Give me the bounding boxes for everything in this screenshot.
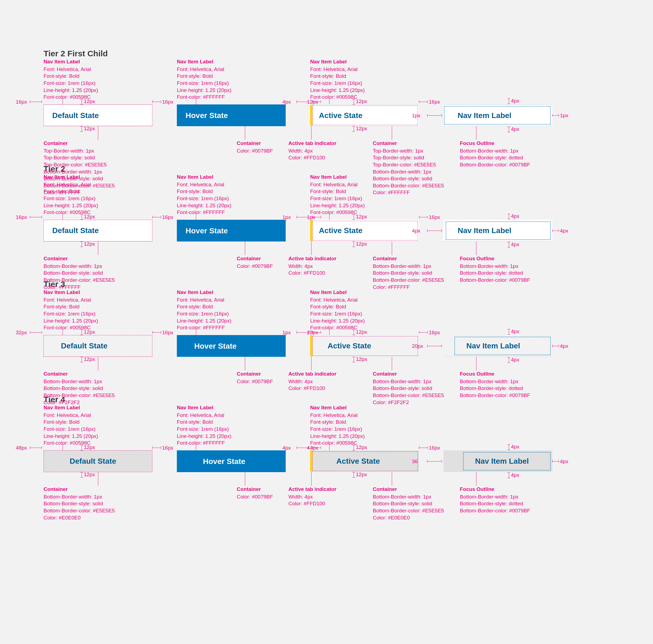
annotation-line: Font-style: Bold	[310, 419, 365, 426]
annotation-line: Color: #F2F2F2	[373, 399, 444, 406]
measurement-label: 4px	[560, 228, 569, 234]
nav-item[interactable]: Hover State	[177, 220, 286, 242]
nav-item[interactable]: Active State	[310, 335, 419, 357]
leader-line	[63, 327, 63, 335]
annotation-line: Color: #0079BF	[237, 263, 273, 270]
annotation-title: Focus Outline	[460, 370, 530, 377]
annotation-line: Color: #E0E0E0	[373, 514, 444, 521]
annotation-line: Bottom-Border-color: #0079BF	[460, 277, 530, 284]
state-hover: Hover StateNav Item LabelFont: Helvetica…	[177, 104, 286, 126]
nav-item[interactable]: Nav Item Label	[443, 335, 552, 357]
spec-annotation: ContainerColor: #0079BF	[237, 486, 273, 500]
annotation-line: Top-Border-width: 1px	[44, 147, 115, 154]
spec-annotation: ContainerColor: #0079BF	[237, 255, 273, 270]
leader-line	[98, 357, 98, 370]
nav-item[interactable]: Default State	[44, 104, 152, 126]
measurement-label: 16px	[429, 99, 440, 105]
spec-annotation: Active tab indicatorWidth: 4pxColor: #FF…	[288, 255, 336, 277]
annotation-title: Container	[44, 486, 115, 493]
leader-line	[311, 126, 312, 140]
leader-line	[63, 212, 63, 220]
annotation-title: Nav Item Label	[177, 174, 232, 180]
nav-item[interactable]: Nav Item Label	[443, 450, 552, 472]
leader-line	[98, 242, 98, 255]
annotation-line: Color: #0079BF	[237, 493, 273, 500]
annotation-line: Bottom-Border-width: 1px	[44, 263, 115, 270]
nav-item[interactable]: Default State	[44, 450, 152, 472]
annotation-line: Bottom-Border-width: 1px	[373, 493, 444, 500]
leader-line	[245, 357, 245, 370]
leader-line	[329, 442, 330, 450]
spec-annotation: ContainerBottom-Border-width: 1pxBottom-…	[44, 486, 115, 521]
spec-annotation: Nav Item LabelFont: Helvetica, ArialFont…	[177, 174, 232, 216]
annotation-line: Bottom-Border-width: 1px	[460, 378, 530, 385]
nav-item[interactable]: Hover State	[177, 104, 286, 126]
leader-line	[476, 242, 477, 255]
nav-item-label: Nav Item Label	[458, 226, 511, 235]
measurement-label: 20px	[412, 343, 423, 349]
nav-item-label: Nav Item Label	[475, 456, 529, 466]
nav-item-label: Default State	[61, 341, 107, 351]
annotation-line: Font-style: Bold	[310, 188, 365, 195]
annotation-line: Font: Helvetica, Arial	[310, 296, 365, 303]
nav-item[interactable]: Nav Item Label	[443, 220, 552, 242]
annotation-line: Color: #E0E0E0	[44, 514, 115, 521]
spec-annotation: Nav Item LabelFont: Helvetica, ArialFont…	[310, 58, 365, 101]
annotation-line: Bottom-Border-style: solid	[44, 500, 115, 507]
annotation-title: Nav Item Label	[310, 289, 365, 296]
measurement-label: 16px	[429, 330, 440, 336]
state-active: Active StateNav Item LabelFont: Helvetic…	[310, 104, 419, 126]
nav-item[interactable]: Hover State	[177, 450, 286, 472]
annotation-line: Bottom-Border-color: #0079BF	[460, 392, 530, 399]
spec-annotation: ContainerBottom-Border-width: 1pxBottom-…	[373, 370, 444, 406]
annotation-line: Top-Border-color: #E5E5E5	[373, 161, 444, 168]
nav-item-label: Active State	[319, 111, 362, 120]
annotation-line: Bottom-Border-width: 1px	[460, 263, 530, 270]
nav-item[interactable]: Hover State	[177, 335, 286, 357]
spec-annotation: Nav Item LabelFont: Helvetica, ArialFont…	[310, 174, 365, 216]
annotation-line: Line-height: 1.25 (20px)	[44, 317, 98, 324]
measurement-label: 4px	[412, 228, 420, 234]
nav-item-label: Active State	[328, 341, 371, 351]
annotation-line: Line-height: 1.25 (20px)	[310, 317, 365, 324]
annotation-line: Bottom-Border-style: dotted	[460, 385, 530, 392]
annotation-title: Focus Outline	[460, 255, 530, 262]
nav-item[interactable]: Default State	[44, 335, 152, 357]
annotation-line: Font: Helvetica, Arial	[44, 66, 98, 73]
nav-item[interactable]: Active State	[310, 220, 419, 242]
annotation-line: Font-size: 1rem (16px)	[310, 426, 365, 433]
annotation-line: Font: Helvetica, Arial	[177, 412, 232, 419]
annotation-line: Line-height: 1.25 (20px)	[44, 433, 98, 440]
state-default: Default StateNav Item LabelFont: Helveti…	[44, 220, 152, 242]
annotation-line: Bottom-Border-color: #E5E5E5	[373, 277, 444, 284]
annotation-line: Color: #FFD100	[288, 270, 336, 277]
annotation-line: Font-size: 1rem (16px)	[44, 80, 98, 87]
measurement-label: 1px	[283, 330, 291, 336]
state-hover: Hover StateNav Item LabelFont: Helvetica…	[177, 450, 286, 472]
annotation-line: Font-size: 1rem (16px)	[310, 195, 365, 202]
spec-annotation: ContainerBottom-Border-width: 1pxBottom-…	[373, 255, 444, 291]
annotation-line: Font: Helvetica, Arial	[44, 412, 98, 419]
measurement-label: 12px	[84, 329, 95, 335]
nav-item[interactable]: Active State	[310, 450, 419, 472]
annotation-line: Line-height: 1.25 (20px)	[177, 317, 232, 324]
measurement-label: 12px	[356, 356, 367, 362]
annotation-line: Font-style: Bold	[44, 419, 98, 426]
nav-item[interactable]: Default State	[44, 220, 152, 242]
nav-item[interactable]: Active State	[310, 104, 419, 126]
annotation-title: Nav Item Label	[44, 289, 98, 296]
annotation-line: Font-style: Bold	[44, 73, 98, 80]
measurement-label: 4px	[560, 343, 569, 349]
spec-annotation: Nav Item LabelFont: Helvetica, ArialFont…	[44, 58, 98, 101]
leader-line	[63, 96, 63, 104]
annotation-line: Bottom-Border-color: #0079BF	[460, 507, 530, 514]
annotation-line: Width: 4px	[288, 493, 336, 500]
annotation-line: Font-style: Bold	[177, 73, 232, 80]
state-default: Default StateNav Item LabelFont: Helveti…	[44, 335, 152, 357]
annotation-title: Nav Item Label	[177, 58, 232, 65]
annotation-line: Bottom-Border-style: solid	[44, 385, 115, 392]
nav-item[interactable]: Nav Item Label	[443, 104, 552, 126]
annotation-line: Line-height: 1.25 (20px)	[177, 202, 232, 209]
annotation-line: Bottom-Border-color: #E5E5E5	[44, 507, 115, 514]
annotation-title: Active tab indicator	[288, 255, 336, 262]
